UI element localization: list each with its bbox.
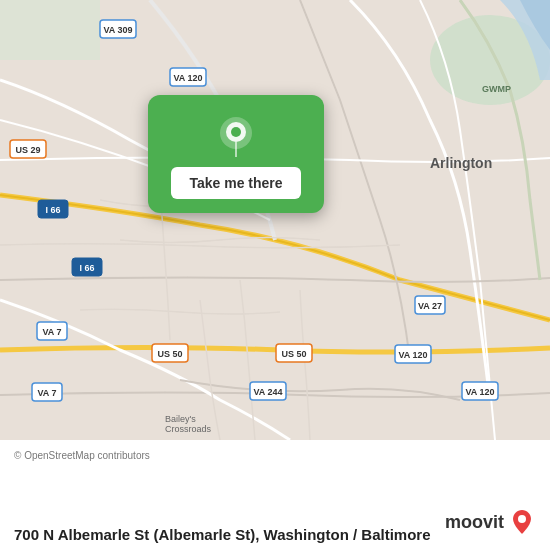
svg-text:VA 309: VA 309 (103, 25, 132, 35)
svg-text:I 66: I 66 (79, 263, 94, 273)
moovit-icon (508, 508, 536, 536)
moovit-logo: moovit (445, 508, 536, 536)
svg-text:I 66: I 66 (45, 205, 60, 215)
bottom-bar: © OpenStreetMap contributors 700 N Albem… (0, 440, 550, 550)
svg-text:VA 244: VA 244 (253, 387, 282, 397)
svg-text:VA 7: VA 7 (37, 388, 56, 398)
svg-text:VA 120: VA 120 (398, 350, 427, 360)
map-container: VA 309 VA 120 US 29 I 66 I 66 VA 7 US 50… (0, 0, 550, 440)
take-me-there-button[interactable]: Take me there (171, 167, 300, 199)
svg-rect-2 (0, 0, 100, 60)
svg-text:Arlington: Arlington (430, 155, 492, 171)
location-popup: Take me there (148, 95, 324, 213)
svg-text:US 50: US 50 (281, 349, 306, 359)
svg-text:US 50: US 50 (157, 349, 182, 359)
map-pin-icon (214, 113, 258, 157)
svg-point-35 (231, 127, 241, 137)
svg-text:Bailey's: Bailey's (165, 414, 196, 424)
svg-text:GWMP: GWMP (482, 84, 511, 94)
svg-text:VA 120: VA 120 (465, 387, 494, 397)
svg-text:VA 7: VA 7 (42, 327, 61, 337)
svg-text:VA 27: VA 27 (418, 301, 442, 311)
svg-point-36 (518, 515, 526, 523)
svg-text:Crossroads: Crossroads (165, 424, 212, 434)
svg-text:US 29: US 29 (15, 145, 40, 155)
svg-text:VA 120: VA 120 (173, 73, 202, 83)
map-attribution: © OpenStreetMap contributors (14, 450, 536, 461)
moovit-brand-text: moovit (445, 512, 504, 533)
